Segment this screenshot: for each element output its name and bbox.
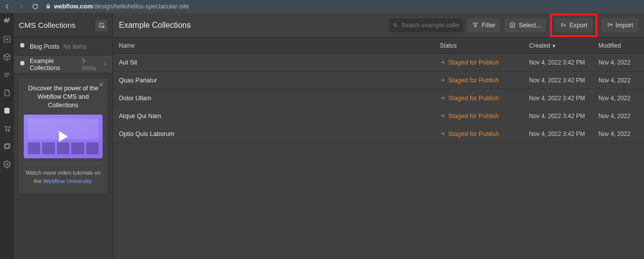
svg-line-18 [396, 26, 397, 27]
column-created[interactable]: Created▼ [529, 42, 598, 49]
checkbox-icon [509, 22, 516, 28]
svg-point-9 [8, 130, 9, 131]
table-row[interactable]: Optio Quis LaborumStaged for PublishNov … [113, 125, 644, 143]
stack-icon [19, 60, 26, 68]
cell-name: Optio Quis Laborum [119, 130, 440, 137]
collection-label: Example Collections [30, 58, 78, 71]
column-status[interactable]: Status [440, 42, 529, 49]
collection-count: No items [63, 43, 87, 50]
table-row[interactable]: Aut SitStaged for PublishNov 4, 2022 3:4… [113, 54, 644, 71]
new-collection-button[interactable] [96, 19, 107, 31]
cell-status: Staged for Publish [440, 77, 529, 84]
import-button[interactable]: Import [601, 18, 638, 32]
page-icon[interactable] [2, 88, 11, 97]
browser-reload-button[interactable] [32, 3, 39, 10]
column-name[interactable]: Name [119, 42, 440, 49]
export-highlight: Export [550, 13, 597, 37]
collection-count: 5 items [82, 58, 99, 71]
cms-collections-panel: CMS Collections Blog Posts No items Exam… [14, 13, 113, 259]
webflow-logo-icon[interactable] [2, 17, 11, 26]
promo-card: ✕ Discover the power of the Webflow CMS … [19, 78, 107, 193]
cell-created: Nov 4, 2022 3:42 PM [529, 59, 598, 66]
promo-video-thumbnail[interactable] [24, 115, 103, 158]
svg-point-8 [6, 130, 7, 131]
search-icon [393, 22, 398, 28]
promo-heading: Discover the power of the Webflow CMS an… [24, 84, 103, 110]
cell-modified: Nov 4, 2022 [598, 113, 638, 120]
play-icon [59, 131, 68, 142]
browser-url[interactable]: webflow.com/design/hellohellos-spectacul… [54, 3, 189, 10]
filter-icon [472, 22, 479, 28]
svg-point-12 [6, 163, 8, 165]
settings-icon[interactable] [2, 160, 11, 169]
list-icon[interactable] [2, 70, 11, 79]
select-button[interactable]: Select... [504, 18, 546, 32]
cell-modified: Nov 4, 2022 [598, 130, 638, 137]
browser-back-button[interactable] [4, 3, 11, 10]
table-header: Name Status Created▼ Modified [113, 38, 644, 54]
cell-status: Staged for Publish [440, 113, 529, 120]
table-row[interactable]: Dolor UllamStaged for PublishNov 4, 2022… [113, 89, 644, 107]
browser-chrome: webflow.com/design/hellohellos-spectacul… [0, 0, 644, 13]
collection-row-blog-posts[interactable]: Blog Posts No items [14, 38, 112, 56]
table-body: Aut SitStaged for PublishNov 4, 2022 3:4… [113, 54, 644, 143]
cell-name: Atque Qui Nam [119, 113, 440, 120]
add-icon[interactable] [2, 35, 11, 44]
promo-caption: Watch more video tutorials on the Webflo… [24, 169, 103, 186]
arrow-right-icon [440, 131, 445, 136]
webflow-university-link[interactable]: Webflow University [43, 178, 91, 184]
browser-forward-button[interactable] [18, 3, 25, 10]
main-content: Example Collections Filter Select... Exp… [113, 13, 644, 259]
cell-status: Staged for Publish [440, 59, 529, 66]
search-input[interactable] [401, 22, 459, 29]
filter-button[interactable]: Filter [467, 18, 500, 32]
page-title: Example Collections [119, 21, 191, 30]
left-rail [0, 13, 14, 259]
sort-desc-icon: ▼ [552, 44, 556, 49]
assets-icon[interactable] [2, 142, 11, 151]
table-row[interactable]: Quas PariaturStaged for PublishNov 4, 20… [113, 71, 644, 89]
search-input-wrap[interactable] [389, 18, 463, 32]
cell-name: Dolor Ullam [119, 95, 440, 102]
collection-label: Blog Posts [30, 43, 59, 50]
arrow-right-icon [440, 60, 445, 65]
cms-icon[interactable] [2, 106, 11, 115]
export-button[interactable]: Export [555, 18, 592, 32]
box-icon[interactable] [2, 53, 11, 62]
arrow-right-icon [440, 113, 445, 119]
cell-created: Nov 4, 2022 3:42 PM [529, 113, 598, 120]
cell-status: Staged for Publish [440, 95, 529, 102]
svg-rect-11 [5, 144, 10, 148]
panel-title: CMS Collections [19, 21, 76, 30]
cell-created: Nov 4, 2022 3:42 PM [529, 95, 598, 102]
stack-icon [19, 42, 26, 51]
export-icon [560, 22, 566, 28]
cell-modified: Nov 4, 2022 [598, 59, 638, 66]
arrow-right-icon [440, 95, 445, 101]
import-icon [606, 22, 613, 28]
cart-icon[interactable] [2, 124, 11, 133]
arrow-right-icon [440, 77, 445, 83]
cell-modified: Nov 4, 2022 [598, 95, 638, 102]
svg-point-17 [394, 23, 396, 26]
main-header: Example Collections Filter Select... Exp… [113, 13, 644, 38]
url-path: /design/hellohellos-spectacular-site [93, 3, 189, 10]
url-domain: webflow.com [54, 3, 93, 10]
cell-status: Staged for Publish [440, 130, 529, 137]
cell-name: Aut Sit [119, 59, 440, 66]
cell-created: Nov 4, 2022 3:42 PM [529, 130, 598, 137]
collection-row-example-collections[interactable]: Example Collections 5 items [14, 56, 112, 73]
column-modified[interactable]: Modified [598, 42, 638, 49]
lock-icon [46, 3, 51, 10]
cell-modified: Nov 4, 2022 [598, 77, 638, 84]
chevron-right-icon [103, 61, 107, 68]
table-row[interactable]: Atque Qui NamStaged for PublishNov 4, 20… [113, 107, 644, 125]
svg-rect-19 [510, 23, 515, 27]
close-icon[interactable]: ✕ [99, 81, 104, 88]
cell-name: Quas Pariatur [119, 77, 440, 84]
collection-list: Blog Posts No items Example Collections … [14, 38, 112, 73]
cell-created: Nov 4, 2022 3:42 PM [529, 77, 598, 84]
